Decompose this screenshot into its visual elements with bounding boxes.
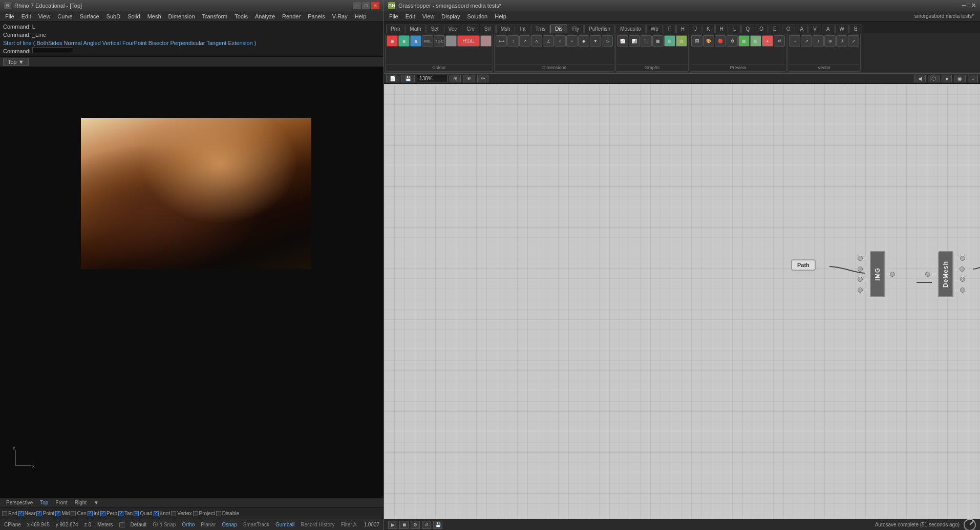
- gh-btn-dim10[interactable]: ◇: [602, 35, 613, 47]
- gh-img-body[interactable]: IMG: [870, 251, 885, 297]
- rhino-view-right[interactable]: Right: [73, 499, 89, 506]
- gh-canvas[interactable]: Path F R X: [384, 84, 980, 519]
- gh-tab-dis[interactable]: Dis: [550, 25, 567, 33]
- osnap-end-check[interactable]: [2, 511, 7, 516]
- gh-tab-k[interactable]: K: [702, 25, 715, 33]
- gh-menu-help[interactable]: Help: [492, 13, 509, 20]
- gh-canvas-eye-btn[interactable]: 👁: [463, 75, 475, 82]
- gh-btn-preview4[interactable]: ⚙: [727, 35, 738, 47]
- gh-tab-fly[interactable]: Fly: [568, 25, 584, 33]
- gh-tab-j[interactable]: J: [690, 25, 701, 33]
- rhino-menu-tools[interactable]: Tools: [231, 13, 251, 20]
- rhino-record-history[interactable]: Record History: [301, 522, 334, 527]
- gh-demesh-port-v-dot[interactable]: [960, 256, 965, 261]
- gh-img-port-x-dot[interactable]: [858, 277, 863, 282]
- gh-btn-colour4[interactable]: [445, 35, 457, 47]
- gh-img-port-y-dot[interactable]: [858, 288, 863, 293]
- rhino-menu-surface[interactable]: Surface: [77, 13, 102, 20]
- rhino-menu-help[interactable]: Help: [352, 13, 370, 20]
- gh-close-button[interactable]: ✕: [971, 2, 976, 9]
- rhino-maximize-button[interactable]: □: [362, 2, 370, 9]
- gh-minimize-button[interactable]: ─: [962, 2, 966, 9]
- gh-demesh-port-c[interactable]: C: [955, 276, 966, 283]
- gh-btn-tgc[interactable]: TGC: [434, 35, 445, 47]
- gh-menu-file[interactable]: File: [386, 13, 401, 20]
- rhino-view-front[interactable]: Front: [53, 499, 69, 506]
- gh-canvas-nav3[interactable]: ●: [942, 75, 952, 82]
- gh-canvas-nav1[interactable]: ◀: [914, 75, 926, 82]
- rhino-menu-solid[interactable]: Solid: [124, 13, 143, 20]
- gh-btn-graph6[interactable]: ▨: [676, 35, 687, 47]
- gh-tab-int[interactable]: Int: [516, 25, 530, 33]
- gh-btn-dim5[interactable]: ∠: [543, 35, 554, 47]
- gh-tab-vec[interactable]: Vec: [444, 25, 462, 33]
- rhino-viewport-label[interactable]: Top ▼: [3, 58, 29, 66]
- gh-tab-q[interactable]: Q: [741, 25, 755, 33]
- gh-canvas-nav5[interactable]: ○: [968, 75, 978, 82]
- osnap-quad-check[interactable]: ✓: [134, 511, 139, 516]
- gh-node-demesh[interactable]: M DeMesh V F: [927, 251, 964, 297]
- gh-canvas-nav4[interactable]: ◉: [954, 75, 966, 82]
- gh-btn-settings[interactable]: ⚙: [411, 521, 420, 529]
- gh-btn-vec2[interactable]: ↗: [801, 35, 812, 47]
- gh-tab-prm[interactable]: Prm: [386, 25, 404, 33]
- osnap-perp-check[interactable]: ✓: [100, 511, 105, 516]
- osnap-quad[interactable]: ✓ Quad: [134, 511, 152, 516]
- osnap-knot[interactable]: ✓ Knot: [154, 511, 171, 516]
- gh-demesh-body[interactable]: DeMesh: [938, 251, 953, 297]
- gh-btn-colour3[interactable]: ■: [410, 35, 421, 47]
- gh-menu-solution[interactable]: Solution: [464, 13, 491, 20]
- gh-btn-graph5[interactable]: ▤: [664, 35, 675, 47]
- gh-canvas-draw-btn[interactable]: ✏: [477, 75, 488, 82]
- gh-maximize-button[interactable]: □: [967, 2, 970, 9]
- gh-demesh-port-n[interactable]: N: [955, 286, 966, 294]
- rhino-menu-edit[interactable]: Edit: [18, 13, 34, 20]
- osnap-perp[interactable]: ✓ Perp: [100, 511, 117, 516]
- gh-menu-display[interactable]: Display: [438, 13, 463, 20]
- gh-btn-preview3[interactable]: 🔴: [715, 35, 726, 47]
- gh-btn-dim8[interactable]: ◆: [578, 35, 589, 47]
- gh-tab-g[interactable]: G: [782, 25, 795, 33]
- osnap-project[interactable]: Project: [193, 511, 215, 516]
- gh-tab-a[interactable]: A: [796, 25, 808, 33]
- gh-tab-h[interactable]: H: [676, 25, 689, 33]
- gh-btn-dim3[interactable]: ↗: [519, 35, 530, 47]
- gh-img-port-y[interactable]: Y: [857, 286, 868, 294]
- gh-btn-stop[interactable]: ⏹: [399, 521, 409, 529]
- rhino-menu-subd[interactable]: SubD: [103, 13, 124, 20]
- osnap-disable-check[interactable]: [216, 511, 221, 516]
- gh-tab-pufferfish[interactable]: Pufferfish: [584, 25, 615, 33]
- rhino-view-perspective[interactable]: Perspective: [4, 499, 35, 506]
- gh-tab-o[interactable]: O: [755, 25, 768, 33]
- gh-canvas-layout-btn[interactable]: ⊞: [450, 75, 461, 82]
- gh-tab-wb[interactable]: Wb: [646, 25, 663, 33]
- gh-btn-colour5[interactable]: HSiU: [457, 35, 480, 47]
- gh-tab-mosquito[interactable]: Mosquito: [615, 25, 646, 33]
- gh-demesh-port-c-dot[interactable]: [960, 277, 965, 282]
- rhino-viewport[interactable]: y x: [0, 67, 384, 497]
- gh-btn-preview8[interactable]: ↺: [774, 35, 785, 47]
- gh-tab-set[interactable]: Set: [427, 25, 443, 33]
- gh-img-port-i[interactable]: I: [887, 271, 896, 278]
- gh-tab-trns[interactable]: Trns: [531, 25, 550, 33]
- rhino-smarttrack[interactable]: SmartTrack: [243, 522, 269, 527]
- gh-tab-w[interactable]: W: [835, 25, 849, 33]
- osnap-cen-check[interactable]: [71, 511, 76, 516]
- gh-menu-view[interactable]: View: [419, 13, 438, 20]
- gh-btn-dim4[interactable]: /\: [531, 35, 542, 47]
- osnap-vertex[interactable]: Vertex: [171, 511, 191, 516]
- gh-btn-dim6[interactable]: ○: [555, 35, 566, 47]
- gh-btn-vec4[interactable]: ⊕: [824, 35, 836, 47]
- gh-btn-vec6[interactable]: ⤢: [848, 35, 859, 47]
- gh-window-controls[interactable]: ─ □ ✕: [962, 2, 976, 9]
- osnap-tan[interactable]: ✓ Tan: [118, 511, 133, 516]
- gh-btn-preview7[interactable]: ●: [762, 35, 773, 47]
- rhino-ortho[interactable]: Ortho: [182, 522, 195, 527]
- gh-btn-vec5[interactable]: ↺: [836, 35, 847, 47]
- gh-tab-srf[interactable]: Srf: [480, 25, 496, 33]
- osnap-project-check[interactable]: [193, 511, 198, 516]
- osnap-knot-check[interactable]: ✓: [154, 511, 159, 516]
- gh-node-img[interactable]: F R X Y IMG: [859, 251, 893, 297]
- gh-canvas-nav2[interactable]: ⬡: [928, 75, 940, 82]
- gh-btn-colour6[interactable]: [480, 35, 492, 47]
